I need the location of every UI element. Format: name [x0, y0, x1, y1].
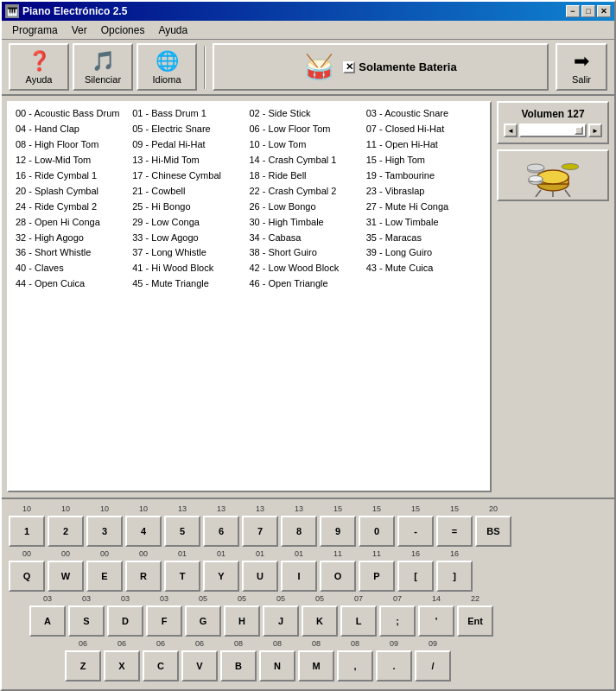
keyboard-key[interactable]: T [164, 561, 200, 592]
drum-list-item[interactable]: 23 - Vibraslap [366, 184, 483, 200]
drum-list-item[interactable]: 15 - High Tom [366, 153, 483, 168]
drum-list-item[interactable]: 14 - Crash Cymbal 1 [250, 153, 366, 168]
keyboard-key[interactable]: U [242, 561, 278, 592]
silenciar-button[interactable]: 🎵 Silenciar [73, 43, 133, 91]
keyboard-key[interactable]: R [125, 561, 162, 592]
drum-list-item[interactable]: 45 - Mute Triangle [132, 276, 249, 292]
close-button[interactable]: ✕ [597, 5, 611, 17]
keyboard-key[interactable]: M [298, 650, 334, 681]
volume-decrease-button[interactable]: ◄ [504, 124, 518, 137]
drum-list-item[interactable]: 12 - Low-Mid Tom [16, 153, 132, 168]
idioma-button[interactable]: 🌐 Idioma [137, 43, 197, 91]
drum-list-item[interactable]: 32 - High Agogo [16, 231, 132, 246]
volume-increase-button[interactable]: ► [588, 124, 602, 137]
keyboard-key[interactable]: G [185, 605, 221, 637]
drum-list-item[interactable]: 36 - Short Whistle [16, 245, 132, 261]
drum-list-item[interactable]: 02 - Side Stick [250, 106, 366, 122]
drum-list-item[interactable]: 29 - Low Conga [132, 215, 249, 231]
keyboard-key[interactable]: N [259, 650, 295, 681]
keyboard-key[interactable]: V [181, 650, 218, 681]
drum-list-item[interactable]: 17 - Chinese Cymbal [132, 168, 249, 184]
keyboard-key[interactable]: 2 [48, 516, 84, 547]
keyboard-key[interactable]: 4 [125, 516, 162, 547]
keyboard-key[interactable]: - [397, 516, 434, 547]
salir-button[interactable]: ➡ Salir [556, 43, 607, 91]
keyboard-key[interactable]: L [340, 605, 377, 637]
drum-list-item[interactable]: 26 - Low Bongo [250, 200, 366, 215]
keyboard-key[interactable]: X [104, 650, 140, 681]
drum-list-item[interactable]: 11 - Open Hi-Hat [366, 137, 483, 153]
drum-list-item[interactable]: 35 - Maracas [366, 231, 483, 246]
keyboard-key[interactable]: S [68, 605, 105, 637]
drum-list-item[interactable]: 07 - Closed Hi-Hat [366, 122, 483, 137]
keyboard-key[interactable]: 6 [203, 516, 239, 547]
maximize-button[interactable]: □ [581, 5, 595, 17]
keyboard-key[interactable]: H [224, 605, 260, 637]
ayuda-button[interactable]: ❓ Ayuda [9, 43, 69, 91]
keyboard-key[interactable]: . [376, 650, 412, 681]
volume-track[interactable] [519, 124, 587, 137]
keyboard-key[interactable]: A [29, 605, 66, 637]
drum-list-item[interactable]: 09 - Pedal Hi-Hat [132, 137, 249, 153]
drum-list-item[interactable]: 21 - Cowbell [132, 184, 249, 200]
drum-list-item[interactable]: 33 - Low Agogo [132, 231, 249, 246]
keyboard-key[interactable]: Q [9, 561, 45, 592]
keyboard-key[interactable]: 5 [164, 516, 200, 547]
keyboard-key[interactable]: K [302, 605, 338, 637]
drum-list-item[interactable]: 18 - Ride Bell [250, 168, 366, 184]
drum-list-item[interactable]: 16 - Ride Cymbal 1 [16, 168, 132, 184]
drum-list-item[interactable]: 25 - Hi Bongo [132, 200, 249, 215]
drum-list-item[interactable]: 04 - Hand Clap [16, 122, 132, 137]
bateria-checkbox[interactable]: ✕ [343, 61, 355, 73]
drum-list-item[interactable]: 46 - Open Triangle [250, 276, 366, 292]
keyboard-key[interactable]: , [337, 650, 373, 681]
menu-opciones[interactable]: Opciones [94, 22, 152, 38]
drum-list-item[interactable]: 38 - Short Guiro [250, 245, 366, 261]
drum-list-item[interactable]: 30 - High Timbale [250, 215, 366, 231]
menu-ver[interactable]: Ver [65, 22, 94, 38]
drum-list-item[interactable]: 44 - Open Cuica [16, 276, 132, 292]
keyboard-key[interactable]: E [86, 561, 123, 592]
drum-list-item[interactable]: 06 - Low Floor Tom [250, 122, 366, 137]
drum-list-item[interactable]: 28 - Open Hi Conga [16, 215, 132, 231]
keyboard-key[interactable]: BS [475, 516, 511, 547]
drum-list-item[interactable]: 34 - Cabasa [250, 231, 366, 246]
keyboard-key[interactable]: ; [379, 605, 416, 637]
keyboard-key[interactable]: I [281, 561, 317, 592]
keyboard-key[interactable]: 3 [86, 516, 123, 547]
drum-list-item[interactable]: 24 - Ride Cymbal 2 [16, 200, 132, 215]
minimize-button[interactable]: − [566, 5, 580, 17]
keyboard-key[interactable]: Y [203, 561, 239, 592]
drum-list-item[interactable]: 37 - Long Whistle [132, 245, 249, 261]
drum-list-item[interactable]: 05 - Electric Snare [132, 122, 249, 137]
keyboard-key[interactable]: 8 [281, 516, 317, 547]
keyboard-key[interactable]: / [415, 650, 451, 681]
keyboard-key[interactable]: 0 [359, 516, 395, 547]
drum-list-item[interactable]: 42 - Low Wood Block [250, 261, 366, 276]
bateria-button[interactable]: 🥁 ✕ Solamente Bateria [213, 43, 549, 91]
drum-list-item[interactable]: 43 - Mute Cuica [366, 261, 483, 276]
keyboard-key[interactable]: 9 [320, 516, 356, 547]
drum-list-item[interactable]: 20 - Splash Cymbal [16, 184, 132, 200]
menu-programa[interactable]: Programa [5, 22, 65, 38]
keyboard-key[interactable]: B [220, 650, 257, 681]
drum-list-item[interactable]: 00 - Acoustic Bass Drum [16, 106, 132, 122]
keyboard-key[interactable]: W [48, 561, 84, 592]
drum-list-item[interactable]: 27 - Mute Hi Conga [366, 200, 483, 215]
keyboard-key[interactable]: C [143, 650, 179, 681]
keyboard-key[interactable]: D [107, 605, 143, 637]
keyboard-key[interactable]: = [436, 516, 473, 547]
keyboard-key[interactable]: F [146, 605, 182, 637]
menu-ayuda[interactable]: Ayuda [151, 22, 194, 38]
drum-list-item[interactable]: 22 - Crash Cymbal 2 [250, 184, 366, 200]
keyboard-key[interactable]: P [359, 561, 395, 592]
keyboard-key[interactable]: 1 [9, 516, 45, 547]
drum-list-item[interactable]: 10 - Low Tom [250, 137, 366, 153]
drum-list-item[interactable]: 03 - Acoustic Snare [366, 106, 483, 122]
drum-list-item[interactable]: 19 - Tambourine [366, 168, 483, 184]
drum-list-item[interactable]: 08 - High Floor Tom [16, 137, 132, 153]
drum-list-item[interactable]: 39 - Long Guiro [366, 245, 483, 261]
keyboard-key[interactable]: J [263, 605, 299, 637]
keyboard-key[interactable]: 7 [242, 516, 278, 547]
drum-list-item[interactable]: 41 - Hi Wood Block [132, 261, 249, 276]
